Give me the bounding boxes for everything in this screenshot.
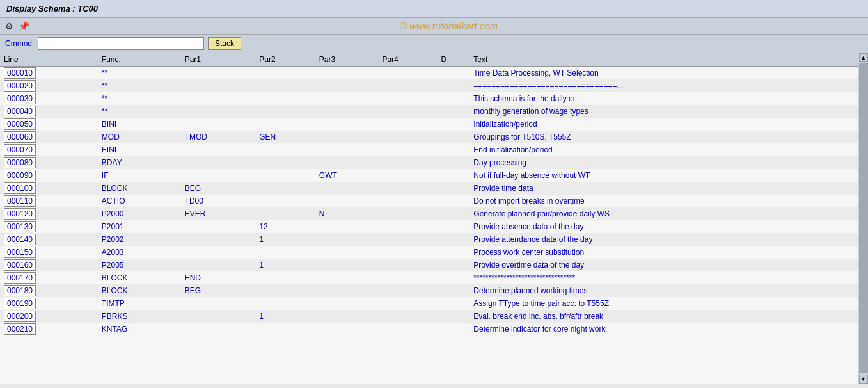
cell-par4: [378, 310, 437, 323]
main-content: LineFunc.Par1Par2Par3Par4DText 000010**T…: [0, 53, 868, 384]
cell-text: Eval. break end inc. abs. bfr/aftr break: [470, 310, 858, 323]
cell-par4: [378, 169, 437, 182]
cell-func: BINI: [98, 118, 181, 131]
table-row[interactable]: 000050BINIInitialization/period: [0, 118, 858, 131]
cell-d: [437, 323, 470, 335]
cell-par2: [255, 118, 315, 131]
cell-line: 000130: [0, 220, 98, 233]
table-row[interactable]: 000200PBRKS1Eval. break end inc. abs. bf…: [0, 310, 858, 323]
pin-icon[interactable]: 📌: [19, 21, 29, 31]
cell-par4: [378, 131, 437, 143]
cell-text: **********************************: [470, 271, 858, 284]
table-row[interactable]: 000090IFGWTNot if full-day absence witho…: [0, 169, 858, 182]
cell-func: BLOCK: [98, 182, 181, 195]
scroll-down-arrow[interactable]: ▼: [859, 375, 868, 384]
cell-d: [437, 271, 470, 284]
table-row[interactable]: 000010**Time Data Processing, WT Selecti…: [0, 67, 858, 80]
table-row[interactable]: 000170BLOCKEND**************************…: [0, 271, 858, 284]
col-header-line: Line: [0, 53, 98, 67]
cell-par4: [378, 79, 437, 92]
cell-line: 000170: [0, 271, 98, 284]
cell-text: Day processing: [470, 156, 858, 169]
cell-line: 000040: [0, 105, 98, 118]
cell-par1: [181, 143, 256, 156]
cell-text: Provide time data: [470, 182, 858, 195]
stack-button[interactable]: Stack: [208, 37, 241, 50]
cell-text: Determine indicator for core night work: [470, 323, 858, 335]
cell-par1: [181, 118, 256, 131]
cell-func: BLOCK: [98, 271, 181, 284]
cell-d: [437, 169, 470, 182]
table-row[interactable]: 000110ACTIOTD00Do not import breaks in o…: [0, 195, 858, 207]
cell-par2: [255, 207, 315, 220]
cell-par3: [315, 182, 379, 195]
table-row[interactable]: 000160P20051Provide overtime data of the…: [0, 259, 858, 271]
table-row[interactable]: 000020**================================…: [0, 79, 858, 92]
cell-line: 000110: [0, 195, 98, 207]
table-row[interactable]: 000120P2000EVERNGenerate planned pair/pr…: [0, 207, 858, 220]
scroll-thumb[interactable]: [859, 63, 868, 373]
cell-par4: [378, 323, 437, 335]
cell-d: [437, 143, 470, 156]
cell-func: TIMTP: [98, 297, 181, 310]
cell-func: P2005: [98, 259, 181, 271]
cell-par4: [378, 105, 437, 118]
table-row[interactable]: 000100BLOCKBEGProvide time data: [0, 182, 858, 195]
scroll-up-arrow[interactable]: ▲: [859, 53, 868, 62]
cell-par2: [255, 297, 315, 310]
table-row[interactable]: 000210KNTAGDetermine indicator for core …: [0, 323, 858, 335]
table-row[interactable]: 000150A2003Process work center substitut…: [0, 246, 858, 259]
scrollbar[interactable]: ▲ ▼: [858, 53, 868, 384]
cell-par1: [181, 105, 256, 118]
cell-d: [437, 92, 470, 105]
cell-par3: [315, 323, 379, 335]
cell-par1: BEG: [181, 284, 256, 297]
table-row[interactable]: 000070EINIEnd initialization/period: [0, 143, 858, 156]
cell-par4: [378, 143, 437, 156]
cell-par1: END: [181, 271, 256, 284]
table-row[interactable]: 000030**This schema is for the daily or: [0, 92, 858, 105]
cell-par2: [255, 323, 315, 335]
cell-par3: [315, 259, 379, 271]
cell-d: [437, 297, 470, 310]
cell-text: monthly generation of wage types: [470, 105, 858, 118]
cell-text: ================================...: [470, 79, 858, 92]
cell-par2: [255, 92, 315, 105]
table-container[interactable]: LineFunc.Par1Par2Par3Par4DText 000010**T…: [0, 53, 868, 384]
cell-line: 000180: [0, 284, 98, 297]
cell-par4: [378, 182, 437, 195]
col-header-d: D: [437, 53, 470, 67]
cell-par3: [315, 143, 379, 156]
cell-d: [437, 310, 470, 323]
command-input[interactable]: [38, 37, 204, 50]
cell-line: 000210: [0, 323, 98, 335]
cell-par2: 1: [255, 233, 315, 246]
cell-par2: 12: [255, 220, 315, 233]
cell-d: [437, 182, 470, 195]
table-row[interactable]: 000140P20021Provide attendance data of t…: [0, 233, 858, 246]
cell-par1: [181, 310, 256, 323]
table-row[interactable]: 000040**monthly generation of wage types: [0, 105, 858, 118]
cell-func: P2002: [98, 233, 181, 246]
cell-par1: [181, 92, 256, 105]
cell-func: ACTIO: [98, 195, 181, 207]
cell-line: 000070: [0, 143, 98, 156]
cell-par1: [181, 220, 256, 233]
cell-line: 000060: [0, 131, 98, 143]
cell-text: Provide overtime data of the day: [470, 259, 858, 271]
cell-par2: [255, 79, 315, 92]
cell-par1: [181, 246, 256, 259]
table-row[interactable]: 000180BLOCKBEGDetermine planned working …: [0, 284, 858, 297]
table-row[interactable]: 000080BDAYDay processing: [0, 156, 858, 169]
cell-text: End initialization/period: [470, 143, 858, 156]
table-row[interactable]: 000060MODTMODGENGroupings for T510S, T55…: [0, 131, 858, 143]
cell-par1: [181, 169, 256, 182]
cell-d: [437, 284, 470, 297]
table-row[interactable]: 000130P200112Provide absence data of the…: [0, 220, 858, 233]
cell-d: [437, 246, 470, 259]
cell-text: Time Data Processing, WT Selection: [470, 67, 858, 80]
table-row[interactable]: 000190TIMTPAssign TType to time pair acc…: [0, 297, 858, 310]
settings-icon[interactable]: ⚙: [5, 21, 13, 31]
cell-par1: EVER: [181, 207, 256, 220]
cell-par3: [315, 118, 379, 131]
